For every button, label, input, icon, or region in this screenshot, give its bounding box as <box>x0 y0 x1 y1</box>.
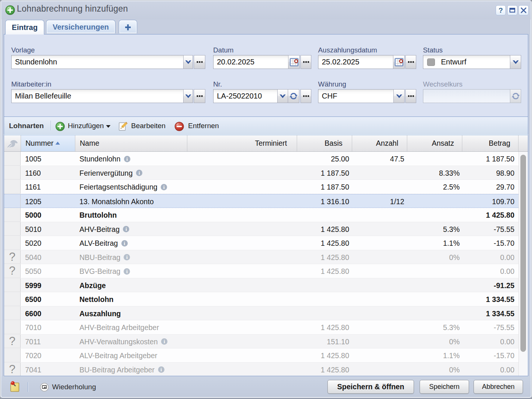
svg-text:?: ? <box>499 6 503 14</box>
